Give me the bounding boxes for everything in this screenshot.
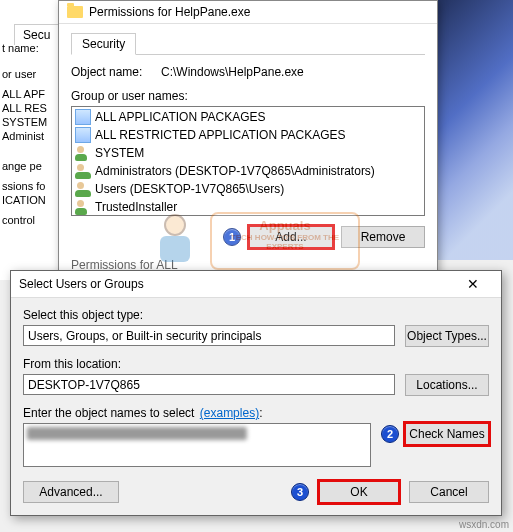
object-name-value: C:\Windows\HelpPane.exe — [161, 65, 304, 79]
group-user-label: Group or user names: — [71, 89, 425, 103]
remove-button[interactable]: Remove — [341, 226, 425, 248]
tab-security[interactable]: Security — [71, 33, 136, 55]
group-icon — [75, 181, 91, 197]
decorative-background — [433, 0, 513, 260]
background-panel-left: Secu t name: or user ALL APF ALL RES SYS… — [0, 0, 60, 280]
location-field[interactable] — [23, 374, 395, 395]
ok-button[interactable]: OK — [319, 481, 399, 503]
object-type-field[interactable] — [23, 325, 395, 346]
object-names-label: Enter the object names to select (exampl… — [23, 406, 489, 420]
permissions-titlebar[interactable]: Permissions for HelpPane.exe — [59, 1, 437, 24]
annotation-badge-2: 2 — [381, 425, 399, 443]
permissions-title: Permissions for HelpPane.exe — [89, 5, 250, 19]
advanced-button[interactable]: Advanced... — [23, 481, 119, 503]
source-watermark: wsxdn.com — [459, 519, 509, 530]
select-users-dialog: Select Users or Groups ✕ Select this obj… — [10, 270, 502, 516]
check-names-button[interactable]: Check Names — [405, 423, 489, 445]
select-users-title: Select Users or Groups — [19, 277, 144, 291]
list-item: ALL RESTRICTED APPLICATION PACKAGES — [73, 126, 423, 144]
folder-icon — [67, 6, 83, 18]
user-icon — [75, 145, 91, 161]
permissions-dialog: Permissions for HelpPane.exe Security Ob… — [58, 0, 438, 287]
package-icon — [75, 109, 91, 125]
add-button[interactable]: Add... — [249, 226, 333, 248]
redacted-text — [27, 427, 247, 440]
object-names-field[interactable] — [23, 423, 371, 467]
list-item: SYSTEM — [73, 144, 423, 162]
object-types-button[interactable]: Object Types... — [405, 325, 489, 347]
location-label: From this location: — [23, 357, 489, 371]
list-item: Users (DESKTOP-1V7Q865\Users) — [73, 180, 423, 198]
list-item: TrustedInstaller — [73, 198, 423, 216]
object-name-label: Object name: — [71, 65, 161, 79]
close-button[interactable]: ✕ — [453, 277, 493, 291]
group-user-list[interactable]: ALL APPLICATION PACKAGES ALL RESTRICTED … — [71, 106, 425, 216]
tab-row: Security — [71, 32, 425, 55]
package-icon — [75, 127, 91, 143]
list-item: ALL APPLICATION PACKAGES — [73, 108, 423, 126]
object-type-label: Select this object type: — [23, 308, 489, 322]
group-icon — [75, 163, 91, 179]
annotation-badge-1: 1 — [223, 228, 241, 246]
cancel-button[interactable]: Cancel — [409, 481, 489, 503]
examples-link[interactable]: (examples) — [200, 406, 259, 420]
background-tab: Secu — [14, 24, 59, 45]
user-icon — [75, 199, 91, 215]
locations-button[interactable]: Locations... — [405, 374, 489, 396]
select-users-titlebar[interactable]: Select Users or Groups ✕ — [11, 271, 501, 298]
list-item: Administrators (DESKTOP-1V7Q865\Administ… — [73, 162, 423, 180]
annotation-badge-3: 3 — [291, 483, 309, 501]
